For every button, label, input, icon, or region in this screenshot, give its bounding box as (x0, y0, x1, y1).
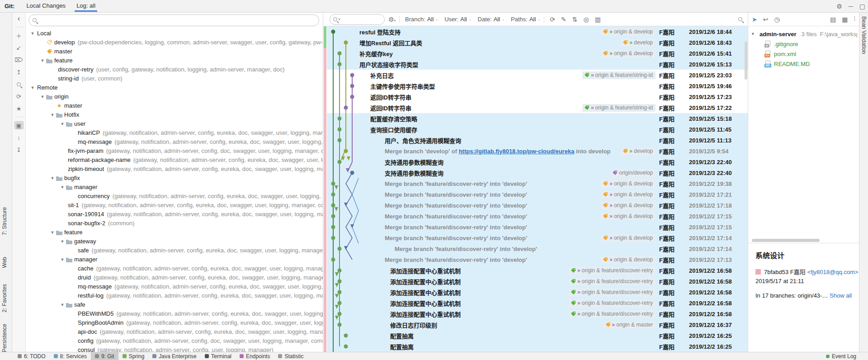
commit-row[interactable]: Merge branch 'feature/discover-retry' in… (327, 232, 748, 243)
branch-tree-row[interactable]: ▼ Local (26, 29, 323, 38)
commit-row[interactable]: Merge branch 'feature/discover-retry' in… (327, 222, 748, 232)
commit-row[interactable]: resful 登陆支持 »origin & develop F嘉阳 2019/1… (327, 26, 748, 37)
statusbar-endpoints[interactable]: Endpoints (236, 352, 274, 360)
expand-arrow-icon[interactable]: ▼ (59, 239, 66, 244)
ref-label[interactable]: »origin & develop (601, 234, 656, 242)
ref-label[interactable]: origin/develop (610, 169, 656, 177)
stripe-item-web[interactable]: Web (1, 257, 8, 268)
jump-to-source-icon[interactable]: ➤ (752, 16, 757, 23)
commit-row[interactable]: 查询接口使用缓存 F嘉阳 2019/12/5 11:45 (327, 124, 748, 135)
commit-row[interactable]: 用户、角色支持通用模糊查询 F嘉阳 2019/12/5 11:13 (327, 135, 748, 146)
branch-search-input[interactable] (28, 14, 319, 26)
more-options-icon[interactable]: ⫶ (854, 15, 856, 23)
changed-file--gitignore[interactable]: ⊘.gitignore (751, 39, 857, 49)
statusbar-8-services[interactable]: 8: Services (50, 352, 91, 360)
collapse-all-icon[interactable]: ↧ (14, 146, 24, 154)
push-icon[interactable]: ↥ (14, 68, 24, 76)
commit-row[interactable]: 添加连接配置中心重试机制 »origin & feature/discover-… (327, 265, 748, 276)
filter-search-icon[interactable] (738, 17, 742, 21)
commit-row[interactable]: 支持通用参数模糊查询 F嘉阳 2019/12/3 22:40 (327, 156, 748, 167)
log-scrollbar[interactable] (745, 42, 747, 80)
expand-arrow-icon[interactable]: ▼ (39, 58, 46, 63)
rollback-icon[interactable]: ↩ (763, 16, 769, 23)
commit-row[interactable]: 配置缓存清空策略 F嘉阳 2019/12/5 15:18 (327, 113, 748, 124)
branch-tree-row[interactable]: string-id (user, common) (26, 74, 323, 83)
event-log-button[interactable]: Event Log (826, 353, 868, 360)
branch-tree-row[interactable]: ▼ bugfix (26, 174, 323, 183)
expand-arrow-icon[interactable]: ▼ (39, 95, 46, 99)
branch-tree-row[interactable]: ▼ origin (26, 92, 323, 101)
commit-row[interactable]: 添加连接配置中心重试机制 »origin & feature/discover-… (327, 298, 748, 308)
branch-tree-row[interactable]: druid (gateway, notification, admin-serv… (26, 273, 323, 282)
filter-date[interactable]: Date:All⌄ (478, 16, 505, 23)
commit-row[interactable]: Merge branch 'feature/discover-retry' in… (327, 254, 748, 265)
search-settings-gear-icon[interactable]: ⚙▾ (388, 16, 396, 23)
commit-row[interactable]: 添加连接配置中心重试机制 »origin & feature/discover-… (327, 276, 748, 287)
refresh-icon[interactable]: ⟳ (550, 16, 555, 23)
expand-all-icon[interactable]: ↕ (14, 133, 24, 142)
branch-tree-row[interactable]: ▼ safe (26, 300, 323, 309)
branch-tree-row[interactable]: config (gateway, notification, admin-ser… (26, 336, 323, 346)
favorites-icon[interactable]: ★ (14, 104, 24, 113)
filter-user[interactable]: User:All⌄ (444, 16, 471, 23)
delete-icon[interactable]: ⌦ (14, 56, 24, 64)
commit-row[interactable]: 添加连接配置中心重试机制 »origin & feature/discover-… (327, 287, 748, 298)
branch-tree-row[interactable]: discover-retry (user, config, gateway, n… (26, 65, 323, 74)
commit-row[interactable]: 配置抽离 F嘉阳 2019/12/2 16:25 (327, 341, 748, 352)
commit-row[interactable]: 补充缓存key »origin & develop F嘉阳 2019/12/6 … (327, 48, 748, 59)
commit-row[interactable]: 修改日志打印级别 »origin & master F嘉阳 2019/12/2 … (327, 319, 748, 330)
minimize-icon[interactable]: ─ (849, 3, 853, 10)
ref-label[interactable]: »origin & feature/string-id (582, 71, 656, 79)
ref-label[interactable]: »origin & feature/discover-retry (569, 278, 656, 285)
commit-row[interactable]: Merge branch 'develop' of https://gitlab… (327, 146, 748, 156)
branch-tree-row[interactable]: ▼ feature (26, 56, 323, 65)
branch-tree-row[interactable]: ▼ Hotfix (26, 110, 323, 119)
commit-row[interactable]: 补充日志 »origin & feature/string-id F嘉阳 201… (327, 70, 748, 81)
ref-label[interactable]: »origin & feature/discover-retry (569, 299, 656, 307)
expand-arrow-icon[interactable]: ▼ (49, 176, 56, 180)
branch-tree-row[interactable]: ▼ gateway (26, 237, 323, 246)
branch-tree-row[interactable]: cache (gateway, notification, admin-serv… (26, 264, 323, 273)
ref-label[interactable]: »origin & feature/discover-retry (569, 267, 656, 275)
branch-tree-row[interactable]: SpringBootAdmin (gateway, notification, … (26, 318, 323, 327)
expand-arrow-icon[interactable]: ▼ (49, 230, 56, 235)
ref-label[interactable]: »origin & feature/discover-retry (569, 310, 656, 318)
branch-tree-row[interactable]: restful-log (gateway, notification, admi… (26, 291, 323, 300)
commit-link[interactable]: https://gitlab.fjy8018.top/pw-cloud/eure… (459, 148, 575, 155)
stripe-item-persistence[interactable]: Persistence (1, 324, 8, 352)
branch-tree-row[interactable]: PBEWithMD5 (gateway, notification, admin… (26, 309, 323, 318)
show-all-link[interactable]: Show all (830, 292, 852, 299)
ref-label[interactable]: »origin & feature/discover-retry (569, 289, 656, 296)
expand-arrow-icon[interactable]: ▼ (59, 303, 66, 307)
intellisort-icon[interactable]: ⇅ (572, 16, 578, 23)
statusbar-java-enterprise[interactable]: Java Enterprise (148, 352, 200, 360)
expand-arrow-icon[interactable]: ▼ (59, 122, 66, 126)
expand-arrow-icon[interactable]: ▼ (29, 85, 36, 90)
commit-row[interactable]: 增加Restful 返回工具类 »develop F嘉阳 2019/12/6 1… (327, 37, 748, 48)
branch-tree-row[interactable]: fix-jvm-param (gateway, notification, ad… (26, 147, 323, 156)
ref-label[interactable]: »origin & develop (601, 213, 656, 220)
ref-label[interactable]: »develop (621, 39, 656, 47)
branch-tree-row[interactable]: ▼ Remote (26, 83, 323, 92)
expand-arrow-icon[interactable]: ▼ (49, 113, 56, 117)
commit-row[interactable]: Merge branch 'feature/discover-retry' in… (327, 200, 748, 211)
commit-row[interactable]: Merge branch 'feature/discover-retry' in… (327, 211, 748, 222)
filter-branch[interactable]: Branch:All⌄ (405, 16, 438, 23)
expand-arrow-icon[interactable]: ▼ (59, 257, 66, 262)
stripe-item-bean-validation[interactable]: Bean Validation (861, 16, 867, 54)
stripe-item-favorites[interactable]: 2: Favorites (1, 284, 8, 313)
ref-label[interactable]: »origin & develop (601, 202, 656, 209)
branch-tree-row[interactable]: sit-1 (gateway, notification, admin-serv… (26, 201, 323, 210)
ref-label[interactable]: »origin & develop (601, 50, 656, 57)
changed-file-pom-xml[interactable]: <>pom.xml (751, 49, 857, 59)
commit-row[interactable]: 用户状态接收字符类型 F嘉阳 2019/12/6 15:13 (327, 59, 748, 70)
commit-row[interactable]: 支持通用参数模糊查询 origin/develop F嘉阳 2019/12/3 … (327, 167, 748, 178)
add-icon[interactable]: ＋ (14, 31, 24, 39)
branch-tree-row[interactable]: safe (gateway, notification, admin-serve… (26, 246, 323, 255)
statusbar-statistic[interactable]: Statistic (274, 352, 307, 360)
commit-row[interactable]: 配置抽离 F嘉阳 2019/12/2 16:25 (327, 330, 748, 341)
statusbar-9-git[interactable]: 9: Git (91, 352, 118, 360)
tab-log-all[interactable]: Log: all (71, 0, 101, 12)
branch-tree-row[interactable]: concurrency (gateway, notification, admi… (26, 192, 323, 201)
branch-tree-row[interactable]: consul (gateway, notification, admin-ser… (26, 346, 323, 352)
